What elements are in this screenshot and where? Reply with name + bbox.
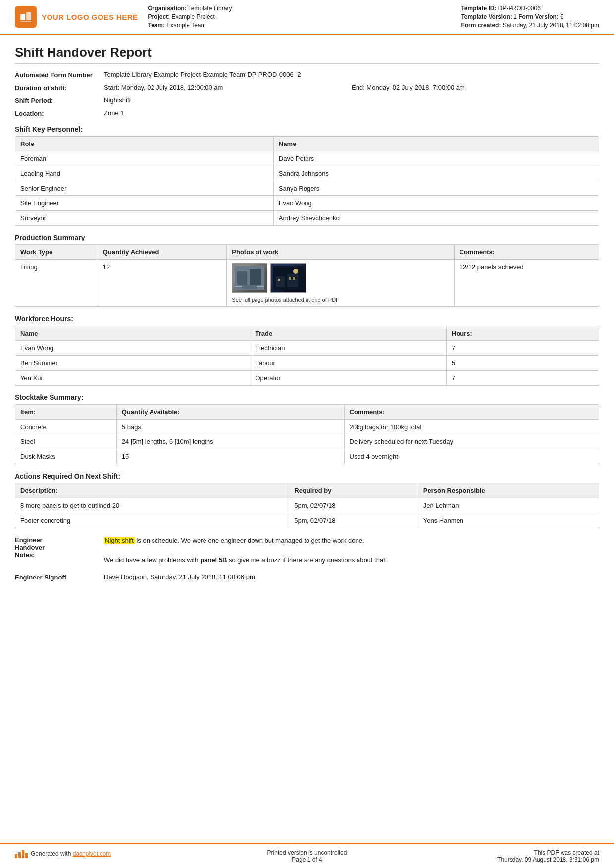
stocktake-col-quantity: Quantity Available: (116, 405, 344, 420)
duration-start: Start: Monday, 02 July 2018, 12:00:00 am (104, 84, 352, 91)
workforce-col-name: Name (15, 326, 250, 341)
workforce-col-trade: Trade (250, 326, 447, 341)
photo-caption: See full page photos attached at end of … (232, 297, 449, 303)
personnel-col-name: Name (273, 137, 599, 151)
svg-rect-12 (278, 279, 280, 281)
svg-rect-14 (293, 277, 295, 280)
location-row: Location: Zone 1 (15, 109, 599, 117)
personnel-name: Sandra Johnsons (273, 166, 599, 181)
table-row: ForemanDave Peters (15, 151, 599, 166)
stocktake-item: Concrete (15, 420, 117, 434)
stocktake-quantity: 5 bags (116, 420, 344, 434)
bar4 (25, 853, 28, 858)
workforce-hours: 7 (446, 341, 599, 356)
page-number: Page 1 of 4 (209, 856, 404, 863)
duration-values: Start: Monday, 02 July 2018, 12:00:00 am… (104, 84, 599, 91)
stocktake-item: Steel (15, 434, 117, 449)
personnel-table: Role Name ForemanDave PetersLeading Hand… (15, 136, 599, 226)
location-value: Zone 1 (104, 109, 599, 117)
production-table: Work Type Quantity Achieved Photos of wo… (15, 244, 599, 307)
bar2 (18, 852, 21, 858)
form-number-value: Template Library-Example Project-Example… (104, 71, 599, 78)
table-row: SurveyorAndrey Shevchcenko (15, 211, 599, 226)
prod-col-quantity: Quantity Achieved (98, 245, 226, 260)
workforce-name: Yen Xui (15, 371, 250, 386)
header-meta-right: Template ID: DP-PROD-0006 Template Versi… (461, 5, 599, 29)
engineer-section: EngineerHandoverNotes: Night shift is on… (15, 536, 599, 565)
svg-point-9 (293, 269, 298, 274)
header-meta: Organisation: Template Library Project: … (148, 5, 599, 29)
svg-rect-10 (276, 276, 285, 287)
svg-rect-11 (287, 274, 298, 287)
engineer-handover-label: EngineerHandoverNotes: (15, 536, 104, 559)
footer-right: This PDF was created at Thursday, 09 Aug… (405, 849, 599, 863)
workforce-col-hours: Hours: (446, 326, 599, 341)
uncontrolled-text: Printed version is uncontrolled (209, 849, 404, 856)
signoff-row: Engineer Signoff Dave Hodgson, Saturday,… (15, 573, 599, 581)
action-person: Yens Hanmen (418, 513, 599, 528)
stocktake-col-item: Item: (15, 405, 117, 420)
workforce-name: Evan Wong (15, 341, 250, 356)
personnel-col-role: Role (15, 137, 274, 151)
footer-center: Printed version is uncontrolled Page 1 o… (209, 849, 404, 863)
signoff-value: Dave Hodgson, Saturday, 21 July 2018, 11… (104, 573, 599, 580)
action-desc: 8 more panels to get to outlined 20 (15, 498, 289, 513)
engineer-note2-before: We did have a few problems with (104, 556, 200, 564)
personnel-name: Dave Peters (273, 151, 599, 166)
prod-comments: 12/12 panels achieved (454, 260, 599, 307)
prod-col-worktype: Work Type (15, 245, 98, 260)
action-required: 5pm, 02/07/18 (289, 498, 418, 513)
template-version-line: Template Version: 1 Form Version: 6 (461, 13, 599, 20)
form-number-row: Automated Form Number Template Library-E… (15, 71, 599, 79)
prod-col-photos: Photos of work (227, 245, 454, 260)
shift-period-row: Shift Period: Nightshift (15, 96, 599, 104)
actions-col-person: Person Responsible (418, 483, 599, 498)
pdf-created-value: Thursday, 09 August 2018, 3:31:06 pm (405, 856, 599, 863)
engineer-handover-row: EngineerHandoverNotes: Night shift is on… (15, 536, 599, 565)
table-row: Footer concreting5pm, 02/07/18Yens Hanme… (15, 513, 599, 528)
workforce-trade: Electrician (250, 341, 447, 356)
logo-text: YOUR LOGO GOES HERE (42, 13, 138, 21)
personnel-role: Foreman (15, 151, 274, 166)
org-line: Organisation: Template Library (148, 5, 232, 12)
stocktake-table: Item: Quantity Available: Comments: Conc… (15, 404, 599, 464)
workforce-trade: Operator (250, 371, 447, 386)
bar1 (15, 854, 17, 858)
photo-cell: See full page photos attached at end of … (232, 263, 449, 303)
engineer-note2-after: so give me a buzz if there are any quest… (227, 556, 387, 564)
signoff-label: Engineer Signoff (15, 573, 104, 581)
table-row: Dusk Masks15Used 4 overnight (15, 449, 599, 464)
photo-thumb-2 (270, 263, 306, 293)
prod-photos: See full page photos attached at end of … (227, 260, 454, 307)
personnel-role: Leading Hand (15, 166, 274, 181)
action-person: Jen Lehman (418, 498, 599, 513)
actions-table: Description: Required by Person Responsi… (15, 483, 599, 528)
highlight-night-shift: Night shift (104, 537, 135, 544)
footer-logo: Generated with dashpivot.com (15, 849, 209, 858)
table-row: 8 more panels to get to outlined 205pm, … (15, 498, 599, 513)
table-row: Concrete5 bags20kg bags for 100kg total (15, 420, 599, 434)
logo-icon (15, 6, 37, 28)
table-row: Leading HandSandra Johnsons (15, 166, 599, 181)
duration-end: End: Monday, 02 July 2018, 7:00:00 am (352, 84, 599, 91)
table-row: Yen XuiOperator7 (15, 371, 599, 386)
stocktake-comments: Delivery scheduled for next Tuesday (344, 434, 599, 449)
personnel-role: Surveyor (15, 211, 274, 226)
shift-period-label: Shift Period: (15, 96, 104, 104)
stocktake-col-comments: Comments: (344, 405, 599, 420)
svg-rect-7 (242, 285, 257, 289)
personnel-name: Sanya Rogers (273, 181, 599, 196)
report-title: Shift Handover Report (15, 45, 599, 64)
table-row: Ben SummerLabour5 (15, 356, 599, 371)
team-line: Team: Example Team (148, 22, 232, 29)
photo-thumbs (232, 263, 449, 293)
prod-col-comments: Comments: (454, 245, 599, 260)
duration-row: Duration of shift: Start: Monday, 02 Jul… (15, 84, 599, 92)
production-section-title: Production Summary (15, 234, 599, 241)
prod-quantity: 12 (98, 260, 226, 307)
workforce-trade: Labour (250, 356, 447, 371)
header: YOUR LOGO GOES HERE Organisation: Templa… (0, 0, 614, 35)
dashpivot-link[interactable]: dashpivot.com (73, 850, 111, 857)
stocktake-item: Dusk Masks (15, 449, 117, 464)
engineer-handover-value: Night shift is on schedule. We were one … (104, 536, 599, 565)
